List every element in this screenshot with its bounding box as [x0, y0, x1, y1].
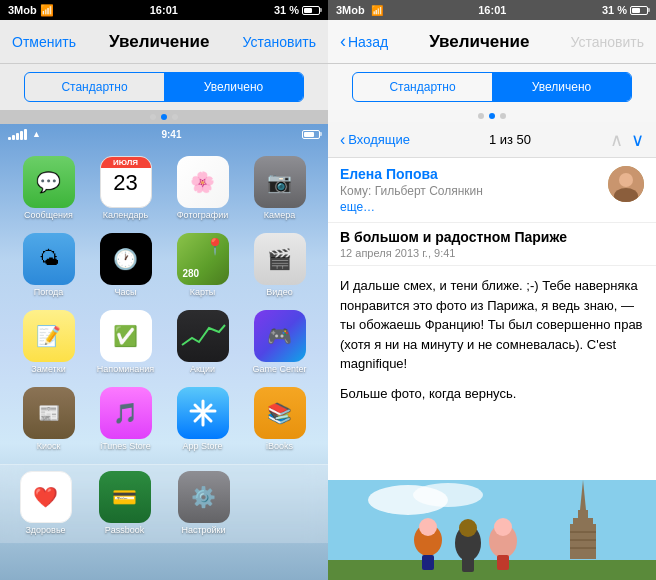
- battery-pct-right: 31 %: [602, 4, 627, 16]
- mail-body: И дальше смех, и тени ближе. ;-) Тебе на…: [328, 266, 656, 480]
- video-icon: 🎬: [254, 233, 306, 285]
- settings-label: Настройки: [181, 526, 225, 536]
- notes-icon: 📝: [23, 310, 75, 362]
- health-label: Здоровье: [25, 526, 65, 536]
- maps-icon: 📍 280: [177, 233, 229, 285]
- health-icon: ❤️: [20, 471, 72, 523]
- mail-body-text: И дальше смех, и тени ближе. ;-) Тебе на…: [340, 276, 644, 374]
- standard-segment-right[interactable]: Стандартно: [353, 73, 492, 101]
- phone-dock: ❤️ Здоровье 💳 Passbook ⚙️ Настройки: [0, 464, 328, 544]
- enlarged-segment-left[interactable]: Увеличено: [164, 73, 303, 101]
- mail-counter: 1 из 50: [489, 132, 531, 147]
- status-left: 3Mob 📶: [8, 4, 54, 17]
- right-dot-3: [500, 113, 506, 119]
- left-segment-bar: Стандартно Увеличено: [0, 64, 328, 110]
- settings-icon: ⚙️: [178, 471, 230, 523]
- phone-battery: [302, 130, 320, 139]
- standard-segment-left[interactable]: Стандартно: [25, 73, 164, 101]
- app-itunes[interactable]: 🎵 iTunes Store: [93, 387, 158, 452]
- app-maps[interactable]: 📍 280 Карты: [170, 233, 235, 298]
- gamecenter-icon: 🎮: [254, 310, 306, 362]
- bar1: [8, 137, 11, 140]
- svg-point-19: [419, 518, 437, 536]
- right-panel: 3Mob 📶 16:01 31 % ‹ Назад Увеличение Уст…: [328, 0, 656, 580]
- calendar-label: Календарь: [103, 211, 148, 221]
- stocks-icon: [177, 310, 229, 362]
- time-left: 16:01: [150, 4, 178, 16]
- messages-label: Сообщения: [24, 211, 73, 221]
- app-settings-dock[interactable]: ⚙️ Настройки: [168, 471, 239, 536]
- mail-body-text-2: Больше фото, когда вернусь.: [340, 384, 644, 404]
- stocks-label: Акции: [190, 365, 215, 375]
- app-newsstand[interactable]: 📰 Киоск: [16, 387, 81, 452]
- app-calendar[interactable]: ИЮЛЯ 23 Календарь: [93, 156, 158, 221]
- mail-photo: [328, 480, 656, 580]
- svg-point-9: [413, 483, 483, 507]
- svg-rect-11: [578, 510, 588, 518]
- right-status-bar: 3Mob 📶 16:01 31 %: [328, 0, 656, 20]
- svg-point-5: [619, 173, 633, 187]
- svg-rect-17: [328, 560, 656, 580]
- app-stocks[interactable]: Акции: [170, 310, 235, 375]
- app-messages[interactable]: 💬 Сообщения: [16, 156, 81, 221]
- app-video[interactable]: 🎬 Видео: [247, 233, 312, 298]
- right-dot-2: [489, 113, 495, 119]
- signal-bars: [8, 129, 27, 140]
- video-label: Видео: [266, 288, 292, 298]
- app-notes[interactable]: 📝 Заметки: [16, 310, 81, 375]
- battery-icon-left: [302, 6, 320, 15]
- app-ibooks[interactable]: 📚 iBooks: [247, 387, 312, 452]
- mail-subject: В большом и радостном Париже: [340, 229, 644, 245]
- cancel-button[interactable]: Отменить: [12, 34, 76, 50]
- newsstand-icon: 📰: [23, 387, 75, 439]
- wifi-right: 📶: [371, 5, 383, 16]
- chevron-left-icon: ‹: [340, 31, 346, 52]
- app-gamecenter[interactable]: 🎮 Game Center: [247, 310, 312, 375]
- mail-from-section: Елена Попова Кому: Гильберт Солянкин еще…: [328, 158, 656, 223]
- time-right: 16:01: [478, 4, 506, 16]
- back-label: Назад: [348, 34, 388, 50]
- app-appstore[interactable]: App Store: [170, 387, 235, 452]
- dot-2: [161, 114, 167, 120]
- app-clock[interactable]: 🕐 Часы: [93, 233, 158, 298]
- right-dot-1: [478, 113, 484, 119]
- app-reminders[interactable]: ✅ Напоминания: [93, 310, 158, 375]
- left-nav-title: Увеличение: [109, 32, 209, 52]
- app-weather[interactable]: 🌤 Погода: [16, 233, 81, 298]
- left-status-bar: 3Mob 📶 16:01 31 %: [0, 0, 328, 20]
- weather-icon: 🌤: [23, 233, 75, 285]
- svg-point-22: [459, 519, 477, 537]
- next-mail-button[interactable]: ∨: [631, 131, 644, 149]
- camera-icon: 📷: [254, 156, 306, 208]
- svg-rect-20: [422, 555, 434, 570]
- svg-point-25: [494, 518, 512, 536]
- mail-more[interactable]: еще…: [340, 200, 608, 214]
- sender-name: Елена Попова: [340, 166, 608, 182]
- app-passbook[interactable]: 💳 Passbook: [89, 471, 160, 536]
- install-button[interactable]: Установить: [243, 34, 316, 50]
- avatar: [608, 166, 644, 202]
- right-status-left: 3Mob 📶: [336, 4, 383, 16]
- phone-time: 9:41: [161, 129, 181, 140]
- app-icons-row2: 📰 Киоск 🎵 iTunes Store: [0, 387, 328, 464]
- back-button[interactable]: ‹ Назад: [340, 31, 388, 52]
- right-status-right: 31 %: [602, 4, 648, 16]
- segment-control-right: Стандартно Увеличено: [352, 72, 632, 102]
- bar2: [12, 135, 15, 140]
- right-segment-bar: Стандартно Увеличено: [328, 64, 656, 110]
- itunes-icon: 🎵: [100, 387, 152, 439]
- app-health[interactable]: ❤️ Здоровье: [10, 471, 81, 536]
- notes-label: Заметки: [31, 365, 65, 375]
- enlarged-segment-right[interactable]: Увеличено: [492, 73, 631, 101]
- status-right: 31 %: [274, 4, 320, 16]
- page-dots-left: [0, 110, 328, 124]
- phone-screen: ▲ 9:41 💬 Сообщения: [0, 124, 328, 580]
- app-photos[interactable]: 🌸 Фотографии: [170, 156, 235, 221]
- bar4: [20, 131, 23, 140]
- inbox-button[interactable]: ‹ Входящие: [340, 131, 410, 149]
- mail-subject-section: В большом и радостном Париже 12 апреля 2…: [328, 223, 656, 266]
- app-camera[interactable]: 📷 Камера: [247, 156, 312, 221]
- clock-icon: 🕐: [100, 233, 152, 285]
- prev-mail-button[interactable]: ∧: [610, 131, 623, 149]
- photos-label: Фотографии: [177, 211, 228, 221]
